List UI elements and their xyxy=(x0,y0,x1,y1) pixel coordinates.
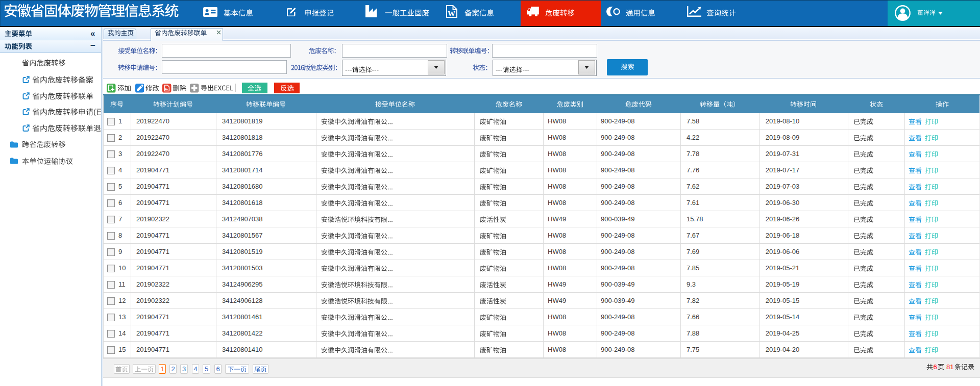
svg-text:W: W xyxy=(448,10,455,18)
